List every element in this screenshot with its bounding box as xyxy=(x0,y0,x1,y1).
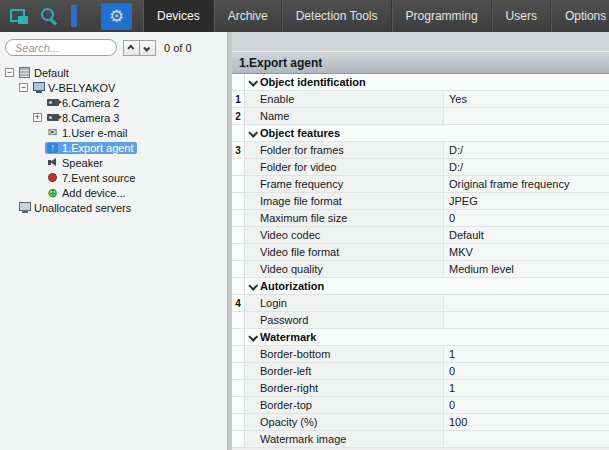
property-value[interactable]: 0 xyxy=(443,363,609,379)
row-number: 3 xyxy=(232,142,245,158)
expand-icon[interactable]: + xyxy=(33,113,42,122)
property-row-login[interactable]: 4 Login xyxy=(232,295,609,312)
camera-icon xyxy=(46,112,59,124)
property-value[interactable] xyxy=(443,312,609,328)
property-label: Opacity (%) xyxy=(245,414,443,430)
camera-icon xyxy=(46,97,59,109)
property-label: Image file format xyxy=(245,193,443,209)
property-value[interactable]: JPEG xyxy=(443,193,609,209)
collapse-icon[interactable]: − xyxy=(5,68,14,77)
property-row-folder-for-video[interactable]: Folder for video D:/ xyxy=(232,159,609,176)
property-value[interactable]: 1 xyxy=(443,380,609,396)
computer-icon xyxy=(32,82,45,94)
tab-users[interactable]: Users xyxy=(492,0,551,32)
toolbar-icons: ⚙ xyxy=(0,0,139,32)
property-label: Name xyxy=(245,108,443,124)
tree-item-camera-3[interactable]: + 8.Camera 3 xyxy=(2,110,225,125)
property-value[interactable] xyxy=(443,108,609,124)
search-panel-button[interactable] xyxy=(37,3,61,29)
chevron-down-icon[interactable] xyxy=(245,329,260,345)
content-area: 0 of 0 − Default − V-BELYAKOV xyxy=(0,32,609,450)
property-value[interactable]: D:/ xyxy=(443,159,609,175)
property-value[interactable] xyxy=(443,431,609,447)
tree-node: Speaker xyxy=(45,157,106,169)
property-row-video-file-format[interactable]: Video file format MKV xyxy=(232,244,609,261)
section-row-watermark[interactable]: Watermark xyxy=(232,329,609,346)
collapse-icon[interactable]: − xyxy=(19,83,28,92)
property-label: Watermark image xyxy=(245,431,443,447)
settings-button[interactable]: ⚙ xyxy=(101,3,132,30)
tree-item-speaker[interactable]: Speaker xyxy=(2,155,225,170)
add-device-icon: ⊕ xyxy=(46,187,59,199)
property-row-folder-for-frames[interactable]: 3 Folder for frames D:/ xyxy=(232,142,609,159)
tree-item-unallocated-servers[interactable]: Unallocated servers xyxy=(2,200,225,215)
property-row-opacity[interactable]: Opacity (%) 100 xyxy=(232,414,609,431)
property-row-password[interactable]: Password xyxy=(232,312,609,329)
search-prev-button[interactable] xyxy=(123,40,140,56)
tree-node: Default xyxy=(17,67,72,79)
property-value[interactable]: 1 xyxy=(443,346,609,362)
section-row-object-identification[interactable]: Object identification xyxy=(232,74,609,91)
tab-programming[interactable]: Programming xyxy=(392,0,492,32)
unallocated-servers-icon xyxy=(18,202,31,214)
property-value[interactable] xyxy=(443,295,609,311)
chevron-down-icon[interactable] xyxy=(245,74,260,90)
property-grid: Object identification 1 Enable Yes 2 Nam… xyxy=(232,74,609,450)
top-toolbar: ⚙ Devices Archive Detection Tools Progra… xyxy=(0,0,609,32)
property-value[interactable]: 0 xyxy=(443,210,609,226)
property-value[interactable]: Medium level xyxy=(443,261,609,277)
property-row-border-left[interactable]: Border-left 0 xyxy=(232,363,609,380)
property-value[interactable]: 0 xyxy=(443,397,609,413)
property-label: Border-left xyxy=(245,363,443,379)
property-label: Maximum file size xyxy=(245,210,443,226)
device-tree: − Default − V-BELYAKOV xyxy=(0,61,227,219)
property-row-enable[interactable]: 1 Enable Yes xyxy=(232,91,609,108)
chevron-up-icon xyxy=(127,45,134,52)
property-value[interactable]: MKV xyxy=(443,244,609,260)
row-number: 2 xyxy=(232,108,245,124)
tree-item-user-email[interactable]: ✉ 1.User e-mail xyxy=(2,125,225,140)
tree-item-camera-2[interactable]: 6.Camera 2 xyxy=(2,95,225,110)
tab-detection-tools[interactable]: Detection Tools xyxy=(282,0,392,32)
property-row-frame-frequency[interactable]: Frame frequency Original frame frequency xyxy=(232,176,609,193)
tree-item-event-source[interactable]: 7.Event source xyxy=(2,170,225,185)
property-label: Login xyxy=(245,295,443,311)
search-next-button[interactable] xyxy=(139,40,156,56)
property-row-border-top[interactable]: Border-top 0 xyxy=(232,397,609,414)
property-row-name[interactable]: 2 Name xyxy=(232,108,609,125)
property-value[interactable]: 100 xyxy=(443,414,609,430)
property-row-image-file-format[interactable]: Image file format JPEG xyxy=(232,193,609,210)
tree-node: 6.Camera 2 xyxy=(45,97,122,109)
tab-devices[interactable]: Devices xyxy=(143,0,214,32)
tree-node: 7.Event source xyxy=(45,172,138,184)
property-row-border-bottom[interactable]: Border-bottom 1 xyxy=(232,346,609,363)
property-value[interactable]: D:/ xyxy=(443,142,609,158)
monitors-button[interactable] xyxy=(7,3,31,29)
tab-options[interactable]: Options xyxy=(551,0,609,32)
tree-node: V-BELYAKOV xyxy=(31,82,118,94)
tree-item-add-device[interactable]: ⊕ Add device... xyxy=(2,185,225,200)
property-row-video-codec[interactable]: Video codec Default xyxy=(232,227,609,244)
property-row-border-right[interactable]: Border-right 1 xyxy=(232,380,609,397)
tree-item-export-agent[interactable]: ↑ 1.Export agent xyxy=(2,140,225,155)
chevron-down-icon[interactable] xyxy=(245,278,260,294)
tree-item-default[interactable]: − Default xyxy=(2,65,225,80)
section-row-autorization[interactable]: Autorization xyxy=(232,278,609,295)
main-menu-tabs: Devices Archive Detection Tools Programm… xyxy=(143,0,609,32)
chevron-down-icon[interactable] xyxy=(245,125,260,141)
tree-item-v-belyakov[interactable]: − V-BELYAKOV xyxy=(2,80,225,95)
tree-node: ↑ 1.Export agent xyxy=(45,142,137,154)
property-value[interactable]: Original frame frequency xyxy=(443,176,609,192)
section-row-object-features[interactable]: Object features xyxy=(232,125,609,142)
property-value[interactable]: Default xyxy=(443,227,609,243)
mail-icon: ✉ xyxy=(46,127,59,139)
servers-icon xyxy=(18,67,31,79)
property-row-maximum-file-size[interactable]: Maximum file size 0 xyxy=(232,210,609,227)
export-agent-icon: ↑ xyxy=(46,142,59,154)
property-value[interactable]: Yes xyxy=(443,91,609,107)
search-input[interactable] xyxy=(5,39,117,56)
tab-archive[interactable]: Archive xyxy=(214,0,282,32)
property-row-watermark-image[interactable]: Watermark image xyxy=(232,431,609,448)
property-row-video-quality[interactable]: Video quality Medium level xyxy=(232,261,609,278)
chevron-down-icon xyxy=(143,45,150,52)
